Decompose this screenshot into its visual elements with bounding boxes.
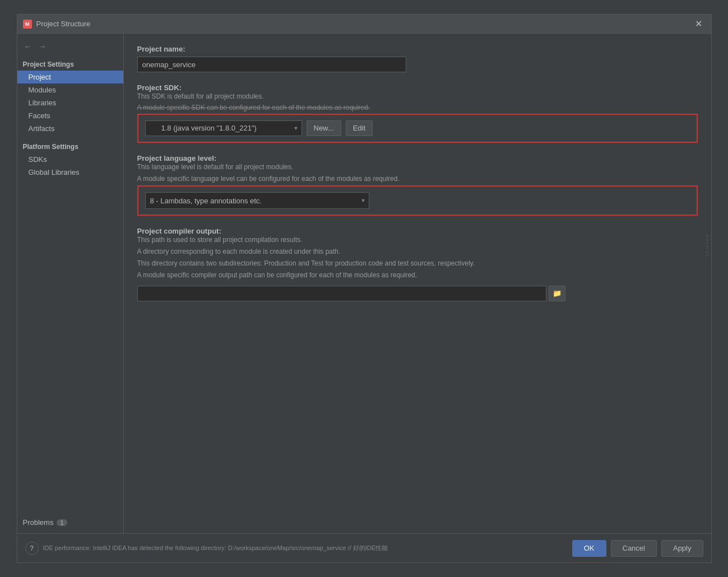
project-name-section: Project name: xyxy=(137,45,698,72)
close-button[interactable]: ✕ xyxy=(692,17,706,30)
problems-label: Problems xyxy=(23,518,54,527)
sidebar-item-sdks[interactable]: SDKs xyxy=(17,153,123,166)
project-language-desc2: A module specific language level can be … xyxy=(137,174,698,184)
sidebar-item-global-libraries[interactable]: Global Libraries xyxy=(17,166,123,179)
help-button[interactable]: ? xyxy=(25,542,39,555)
project-sdk-section: Project SDK: This SDK is default for all… xyxy=(137,83,698,143)
browse-folder-icon: 📁 xyxy=(553,289,562,297)
sidebar-item-facets-label: Facets xyxy=(29,111,50,120)
project-sdk-desc2: A module specific SDK can be configured … xyxy=(137,104,698,111)
compiler-desc2: A directory corresponding to each module… xyxy=(137,247,698,257)
sidebar-item-artifacts[interactable]: Artifacts xyxy=(17,122,123,135)
bottom-right: OK Cancel Apply xyxy=(572,540,703,557)
project-compiler-label: Project compiler output: xyxy=(137,227,698,235)
project-structure-dialog: M Project Structure ✕ ← → Project Settin… xyxy=(17,14,712,563)
project-sdk-desc1: This SDK is default for all project modu… xyxy=(137,92,698,101)
project-language-label: Project language level: xyxy=(137,154,698,162)
bottom-bar: ? IDE performance: IntelliJ IDEA has det… xyxy=(17,533,711,562)
dialog-title: Project Structure xyxy=(36,20,692,28)
project-name-label: Project name: xyxy=(137,45,698,53)
sdk-dropdown[interactable]: 1.8 (java version "1.8.0_221") xyxy=(145,120,302,136)
apply-button[interactable]: Apply xyxy=(661,540,703,557)
sidebar: ← → Project Settings Project Modules Lib… xyxy=(17,34,124,533)
platform-settings-label: Platform Settings xyxy=(17,139,123,153)
sidebar-item-artifacts-label: Artifacts xyxy=(29,124,55,133)
ok-button[interactable]: OK xyxy=(572,540,606,557)
compiler-output-input[interactable] xyxy=(137,286,546,301)
status-text: IDE performance: IntelliJ IDEA has detec… xyxy=(43,544,388,552)
sidebar-item-project-label: Project xyxy=(29,73,51,81)
compiler-output-row: 📁 xyxy=(137,286,698,301)
edit-sdk-button[interactable]: Edit xyxy=(346,120,373,136)
sidebar-item-modules-label: Modules xyxy=(29,86,56,94)
nav-back-button[interactable]: ← xyxy=(22,40,34,53)
compiler-desc4: A module specific compiler output path c… xyxy=(137,271,698,280)
sidebar-item-sdks-label: SDKs xyxy=(29,155,47,164)
dialog-body: ← → Project Settings Project Modules Lib… xyxy=(17,34,711,533)
right-edge-text: e e r n J L xyxy=(703,234,711,258)
project-settings-label: Project Settings xyxy=(17,57,123,71)
problems-badge: 1 xyxy=(57,519,67,526)
project-sdk-label: Project SDK: xyxy=(137,83,698,92)
cancel-button[interactable]: Cancel xyxy=(611,540,657,557)
main-content: Project name: Project SDK: This SDK is d… xyxy=(124,34,711,533)
sdk-row: 🗂 1.8 (java version "1.8.0_221") New... … xyxy=(145,120,690,136)
app-icon: M xyxy=(23,20,32,29)
nav-buttons: ← → xyxy=(17,38,123,57)
sdk-red-border: 🗂 1.8 (java version "1.8.0_221") New... … xyxy=(137,114,698,143)
project-language-desc1: This language level is default for all p… xyxy=(137,162,698,172)
title-bar: M Project Structure ✕ xyxy=(17,15,711,34)
new-sdk-button[interactable]: New... xyxy=(307,120,341,136)
sidebar-item-libraries[interactable]: Libraries xyxy=(17,96,123,109)
compiler-desc1: This path is used to store all project c… xyxy=(137,235,698,245)
project-language-section: Project language level: This language le… xyxy=(137,154,698,216)
language-select-wrapper: 8 - Lambdas, type annotations etc. xyxy=(145,192,369,209)
sidebar-item-global-libraries-label: Global Libraries xyxy=(29,168,80,176)
sidebar-item-libraries-label: Libraries xyxy=(29,99,57,107)
project-compiler-section: Project compiler output: This path is us… xyxy=(137,227,698,301)
nav-forward-button[interactable]: → xyxy=(36,40,49,53)
sidebar-item-project[interactable]: Project xyxy=(17,71,123,83)
sidebar-item-problems[interactable]: Problems 1 xyxy=(17,516,123,529)
compiler-browse-button[interactable]: 📁 xyxy=(549,286,565,301)
project-name-input[interactable] xyxy=(137,57,406,72)
language-dropdown[interactable]: 8 - Lambdas, type annotations etc. xyxy=(145,192,369,209)
sdk-select-wrapper: 🗂 1.8 (java version "1.8.0_221") xyxy=(145,120,302,136)
compiler-desc3: This directory contains two subdirectori… xyxy=(137,259,698,268)
bottom-left: ? IDE performance: IntelliJ IDEA has det… xyxy=(25,542,388,555)
language-red-border: 8 - Lambdas, type annotations etc. xyxy=(137,185,698,216)
sidebar-item-facets[interactable]: Facets xyxy=(17,109,123,122)
sidebar-item-modules[interactable]: Modules xyxy=(17,83,123,96)
